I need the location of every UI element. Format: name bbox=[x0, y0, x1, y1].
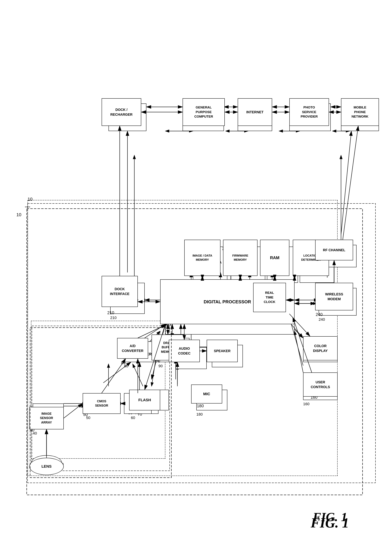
label-180: 180 bbox=[197, 404, 204, 408]
dram-id: 90 bbox=[158, 364, 163, 368]
dock-recharger-box: DOCK /RECHARGER bbox=[102, 98, 141, 126]
audio-codec-box: AUDIOCODEC bbox=[169, 340, 200, 362]
photo-service-provider-box: PHOTOSERVICEPROVIDER bbox=[289, 98, 329, 126]
timing-id: 60 bbox=[131, 416, 135, 420]
wireless-modem-box: WIRELESSMODEM bbox=[315, 283, 353, 310]
label-80: 80 bbox=[121, 361, 126, 365]
fig-label: FIG. 1 bbox=[311, 515, 349, 531]
firmware-memory-box: FIRMWAREMEMORY bbox=[223, 240, 258, 276]
dock-interface-box: DOCKINTERFACE bbox=[102, 276, 138, 307]
ad-converter-box: A/DCONVERTER bbox=[117, 338, 148, 359]
image-sensor-array-box: IMAGESENSORARRAY bbox=[29, 407, 64, 429]
user-controls-box: USERCONTROLS bbox=[303, 372, 338, 397]
label-240: 240 bbox=[316, 312, 322, 317]
label-210: 210 bbox=[107, 310, 114, 315]
speaker-box: SPEAKER bbox=[207, 340, 238, 362]
general-purpose-computer-box: GENERALPURPOSECOMPUTER bbox=[182, 98, 225, 126]
ram-box: RAM bbox=[260, 240, 289, 276]
mic-id: 180 bbox=[196, 412, 203, 417]
dock-interface-id: 210 bbox=[110, 316, 117, 320]
flash-box: FLASH bbox=[129, 390, 160, 411]
rf-channel-box: RF CHANNEL bbox=[315, 240, 353, 260]
label-10: 10 bbox=[16, 212, 21, 217]
lens-box: LENS bbox=[29, 458, 64, 475]
cmos-sensor-box: CMOSSENSOR bbox=[83, 393, 120, 414]
mobile-phone-network-box: MOBILEPHONENETWORK bbox=[341, 98, 379, 126]
diagram-id: 10 bbox=[28, 197, 33, 202]
image-data-memory-box: IMAGE / DATAMEMORY bbox=[184, 240, 220, 276]
color-display-box: COLORDISPLAY bbox=[303, 336, 338, 361]
mic-box: MIC bbox=[191, 384, 222, 404]
real-time-clock-box: REALTIMECLOCK bbox=[253, 283, 286, 312]
wireless-modem-id: 240 bbox=[319, 317, 325, 322]
user-controls-id: 160 bbox=[303, 402, 309, 406]
internet-box: INTERNET bbox=[238, 98, 272, 126]
